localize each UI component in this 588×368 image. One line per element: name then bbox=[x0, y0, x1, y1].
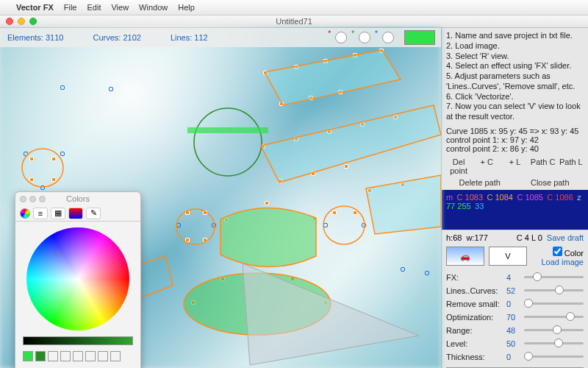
image-thumbnail[interactable]: 🚗 bbox=[446, 247, 484, 266]
instruction-line: 6. Click 'Vectorize'. bbox=[446, 92, 584, 102]
minimize-window-button[interactable] bbox=[18, 18, 25, 25]
optimization-label: Optimization: bbox=[446, 313, 502, 322]
cl-label: C 4 L 0 bbox=[517, 233, 542, 242]
color-wheel-tab[interactable] bbox=[20, 208, 30, 219]
width-label: w:177 bbox=[466, 233, 487, 242]
swatch-empty[interactable] bbox=[73, 351, 83, 361]
level-slider[interactable] bbox=[524, 342, 584, 344]
color-pencils-tab[interactable]: ✎ bbox=[86, 208, 101, 219]
delete-path-button[interactable]: Delete path bbox=[445, 177, 515, 188]
stats-bar: Elements: 3110 Curves: 2102 Lines: 112 *… bbox=[0, 28, 441, 47]
swatch-empty[interactable] bbox=[110, 351, 121, 361]
path-token-color: 77 255 bbox=[446, 202, 471, 210]
swatch-empty[interactable] bbox=[85, 351, 96, 361]
path-c-button[interactable]: Path C bbox=[529, 156, 557, 177]
lines-value: 112 bbox=[194, 33, 207, 42]
star-red-icon: * bbox=[328, 29, 331, 38]
path-token-m: m bbox=[446, 193, 453, 202]
path-token-z: z bbox=[577, 193, 581, 202]
lines-curves-slider[interactable] bbox=[524, 289, 584, 291]
color-spectrum-tab[interactable] bbox=[68, 208, 83, 219]
menu-view[interactable]: View bbox=[111, 3, 129, 12]
instructions: 1. Name and save project in txt file. 2.… bbox=[442, 28, 588, 125]
canvas-area[interactable]: Elements: 3110 Curves: 2102 Lines: 112 *… bbox=[0, 28, 441, 368]
thickness-slider[interactable] bbox=[524, 355, 584, 358]
v-label: V bbox=[505, 252, 510, 261]
fx-slider[interactable] bbox=[524, 276, 584, 278]
path-token: C 1083 bbox=[457, 193, 483, 202]
knob-green[interactable] bbox=[359, 32, 370, 43]
control-point-1: control point 1: x: 97 y: 42 bbox=[446, 135, 584, 144]
remove-small-slider[interactable] bbox=[524, 302, 584, 305]
swatch-empty[interactable] bbox=[98, 351, 108, 361]
optimization-value: 70 bbox=[506, 313, 520, 322]
menubar: Vector FX File Edit View Window Help bbox=[0, 0, 588, 15]
color-checkbox-label: Color bbox=[564, 249, 584, 258]
del-point-button[interactable]: Del point bbox=[445, 156, 473, 177]
range-label: Range: bbox=[446, 326, 502, 335]
path-buttons: Del point + C + L Path C Path L Delete p… bbox=[442, 155, 588, 190]
height-label: h:68 bbox=[446, 233, 462, 242]
path-l-button[interactable]: Path L bbox=[557, 156, 585, 177]
swatch-empty[interactable] bbox=[60, 351, 71, 361]
color-wheel-cursor[interactable] bbox=[54, 251, 60, 257]
path-token: C 1084 bbox=[487, 193, 513, 202]
menu-window[interactable]: Window bbox=[139, 3, 168, 12]
vector-thumbnail[interactable]: V bbox=[489, 247, 527, 266]
color-checkbox[interactable] bbox=[553, 247, 562, 256]
lines-curves-value: 52 bbox=[506, 286, 520, 295]
menu-file[interactable]: File bbox=[64, 3, 77, 12]
instruction-line: 4. Select an effect using 'FX' slider. bbox=[446, 61, 584, 71]
menu-edit[interactable]: Edit bbox=[87, 3, 101, 12]
swatch-current[interactable] bbox=[23, 351, 33, 361]
thickness-value: 0 bbox=[506, 353, 520, 361]
colors-panel[interactable]: Colors ≡ ▦ ✎ bbox=[15, 191, 141, 368]
level-value: 50 bbox=[506, 339, 520, 348]
color-wheel[interactable] bbox=[26, 227, 129, 330]
close-window-button[interactable] bbox=[6, 18, 13, 25]
elements-label: Elements: bbox=[7, 33, 43, 42]
path-token: C 1085 bbox=[517, 193, 542, 202]
instruction-line: 3. Select 'R' view. bbox=[446, 52, 584, 62]
knob-red[interactable] bbox=[335, 32, 347, 43]
elements-value: 3110 bbox=[46, 33, 63, 42]
save-draft-button[interactable]: Save draft bbox=[547, 233, 584, 242]
sidebar: 1. Name and save project in txt file. 2.… bbox=[441, 28, 588, 368]
color-palettes-tab[interactable]: ▦ bbox=[51, 208, 65, 219]
app-menu[interactable]: Vector FX bbox=[16, 3, 54, 12]
path-string[interactable]: m C 1083 C 1084 C 1085 C 1086 z 77 255 3… bbox=[442, 190, 588, 230]
svg-point-3 bbox=[323, 206, 365, 244]
window-title: Untitled71 bbox=[276, 17, 312, 26]
load-image-button[interactable]: Load image bbox=[542, 258, 584, 266]
fx-value: 4 bbox=[506, 273, 520, 282]
svg-point-0 bbox=[194, 108, 262, 176]
brightness-slider[interactable] bbox=[23, 336, 133, 345]
path-token-color: 33 bbox=[475, 202, 484, 210]
add-line-button[interactable]: + L bbox=[501, 156, 528, 177]
range-slider[interactable] bbox=[524, 329, 584, 331]
level-label: Level: bbox=[446, 339, 502, 348]
image-info-row: h:68 w:177 C 4 L 0 Save draft 🚗 V Color … bbox=[442, 230, 588, 269]
remove-small-label: Remove small: bbox=[446, 300, 502, 308]
curves-value: 2102 bbox=[123, 33, 140, 42]
instruction-line: 7. Now you can select 'V' view to look a… bbox=[446, 102, 584, 122]
swatch-empty[interactable] bbox=[48, 351, 58, 361]
zoom-window-button[interactable] bbox=[29, 18, 37, 25]
optimization-slider[interactable] bbox=[524, 316, 584, 318]
close-path-button[interactable]: Close path bbox=[515, 177, 586, 188]
colors-panel-title: Colors bbox=[15, 194, 140, 203]
swatch-item[interactable] bbox=[35, 351, 46, 361]
svg-point-1 bbox=[22, 149, 63, 187]
range-value: 48 bbox=[506, 326, 520, 335]
window-titlebar: Untitled71 bbox=[0, 15, 588, 28]
fx-label: FX: bbox=[446, 273, 502, 282]
svg-point-2 bbox=[176, 209, 215, 244]
color-sliders-tab[interactable]: ≡ bbox=[33, 208, 48, 219]
star-blue-icon: * bbox=[375, 29, 378, 38]
color-swatch[interactable] bbox=[404, 30, 435, 45]
control-point-2: control point 2: x: 86 y: 40 bbox=[446, 144, 584, 153]
instruction-line: 2. Load image. bbox=[446, 41, 584, 52]
knob-blue[interactable] bbox=[382, 32, 394, 43]
add-curve-button[interactable]: + C bbox=[473, 156, 501, 177]
menu-help[interactable]: Help bbox=[178, 3, 195, 12]
